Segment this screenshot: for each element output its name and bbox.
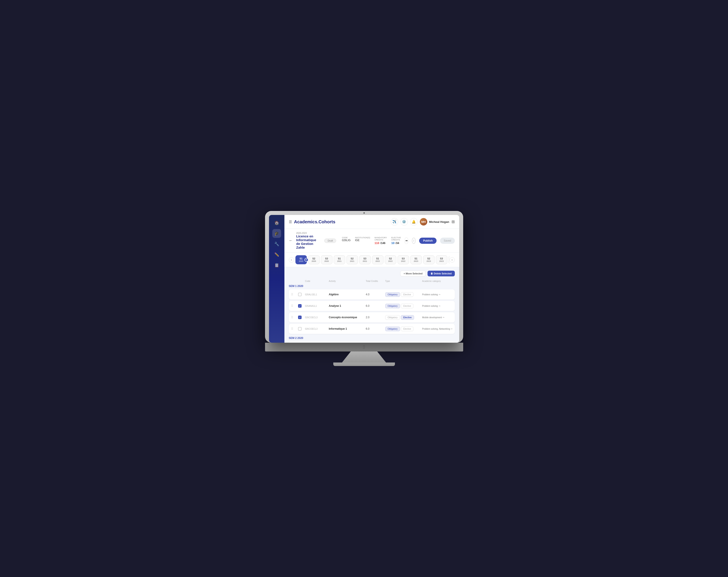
edit-category-icon[interactable]: ✏ — [443, 316, 444, 319]
row-checkbox[interactable] — [298, 293, 302, 296]
header-left: ☰ Academics.Cohorts — [289, 219, 336, 224]
sem-tab-s1-2024[interactable]: S12024 — [449, 255, 449, 264]
row-category: Problem solving, Networking ✏ — [422, 328, 459, 330]
sem-tab-s2-2020[interactable]: S22020 — [308, 255, 320, 264]
user-avatar-container[interactable]: MH Micheal Hogan — [420, 218, 449, 226]
saved-button[interactable]: Saved — [440, 237, 454, 244]
row-activity: Concepts économique — [329, 316, 364, 319]
add-semester-icon[interactable]: + — [305, 258, 308, 262]
hamburger-icon[interactable]: ☰ — [289, 220, 292, 224]
row-type-buttons: ObligatoryElective — [385, 315, 420, 320]
row-checkbox[interactable]: ✓ — [298, 316, 302, 319]
sidebar-item-academics[interactable]: 🎓 — [272, 229, 281, 238]
elective-button[interactable]: Elective — [401, 304, 413, 308]
section1-header: SEM 1 2020 — [289, 284, 455, 287]
row-credits: 4.0 — [366, 293, 384, 296]
settings-icon-btn[interactable]: ⚙️ — [400, 218, 408, 226]
sem-tab-s3-2023[interactable]: S32023 — [436, 255, 447, 264]
table-action-bar: + Move Selected 🗑 Delete Selected — [289, 271, 455, 276]
sem-tab-s2-2022[interactable]: S22022 — [385, 255, 396, 264]
obligatory-button[interactable]: Obligatory — [385, 304, 400, 308]
table-row: ⠿026ANA2L2Analyse 25.0ObligatoryElective… — [289, 341, 455, 343]
row-category: Problem solving ✏ — [422, 305, 459, 307]
row-type-buttons: ObligatoryElective — [385, 304, 420, 308]
sem-tab-s1-2021[interactable]: S12021 — [334, 255, 345, 264]
row-activity: Algèbre — [329, 293, 364, 296]
edit-category-icon[interactable]: ✏ — [439, 293, 441, 296]
sidebar-item-edit[interactable]: ✏️ — [272, 250, 281, 259]
sidebar-item-reports[interactable]: 📋 — [272, 261, 281, 270]
sem2-rows: ⠿026ANA2L2Analyse 25.0ObligatoryElective… — [289, 341, 455, 343]
drag-handle-icon[interactable]: ⠿ — [291, 327, 296, 331]
row-activity: Informatique 1 — [329, 327, 364, 330]
table-rows: ⠿026ALGEL1Algèbre4.0ObligatoryElectivePr… — [289, 290, 455, 334]
notifications-icon-btn[interactable]: 🔔 — [410, 218, 418, 226]
sem-tab-s3-2020[interactable]: S32020 — [321, 255, 332, 264]
header-right: ✈️ ⚙️ 🔔 MH Micheal Hogan ⊞ — [391, 218, 455, 226]
sem-tab-s3-2022[interactable]: S32022 — [397, 255, 409, 264]
table-row: ⠿026ALGEL1Algèbre4.0ObligatoryElectivePr… — [289, 290, 455, 300]
elective-credits-meta: Elective Credits 10 /34 — [391, 236, 401, 245]
publish-button[interactable]: Publish — [419, 237, 437, 244]
drag-handle-icon[interactable]: ⠿ — [291, 304, 296, 308]
row-checkbox[interactable]: ✓ — [298, 304, 302, 308]
sem-tab-s1-2023[interactable]: S12023 — [410, 255, 422, 264]
back-button[interactable]: ← — [289, 238, 293, 243]
edit-category-icon[interactable]: ✏ — [439, 305, 441, 307]
more-options-button[interactable]: ••• — [405, 237, 408, 244]
row-credits: 2.0 — [366, 316, 384, 319]
sem-tab-s2-2021[interactable]: S22021 — [346, 255, 358, 264]
row-type-buttons: ObligatoryElective — [385, 327, 420, 331]
obligatory-button[interactable]: Obligatory — [385, 327, 400, 331]
table-row: ⠿026COECL3Informatique 16.0ObligatoryEle… — [289, 324, 455, 334]
row-category: Problem solving ✏ — [422, 293, 459, 296]
obligatory-button[interactable]: Obligatory — [385, 315, 400, 320]
table-header: Code Activity Total Credits Type Academi… — [289, 279, 455, 284]
cohort-name: Licence en Informatique de Gestion Zahle — [296, 234, 321, 249]
code-meta: Code 026LIG — [342, 236, 350, 245]
elective-button[interactable]: Elective — [401, 292, 413, 297]
edit-category-icon[interactable]: ✏ — [451, 328, 452, 330]
sem-tab-s1-2022[interactable]: S12022 — [372, 255, 384, 264]
elective-button[interactable]: Elective — [401, 327, 413, 331]
row-code: 026ALGEL1 — [305, 293, 327, 296]
semester-tabs-container: ‹ S12020+S22020S32020S12021S22021S32021S… — [284, 253, 459, 267]
sidebar-item-tools[interactable]: 🔧 — [272, 240, 281, 248]
drag-handle-icon[interactable]: ⠿ — [291, 293, 296, 296]
sidebar: 🏠 🎓 🔧 ✏️ 📋 — [269, 215, 284, 343]
avatar: MH — [420, 218, 427, 226]
table-row: ⠿✓026COECL3Concepts économique2.0Obligat… — [289, 312, 455, 322]
row-code: 026COECL3 — [305, 328, 327, 330]
info-button[interactable]: i — [412, 237, 416, 244]
elective-button[interactable]: Elective — [401, 315, 414, 320]
row-category: Mobile development ✏ — [422, 316, 459, 319]
table-row: ⠿✓026ANA1L1Analyse 16.0ObligatoryElectiv… — [289, 301, 455, 311]
semester-tabs: S12020+S22020S32020S12021S22021S32021S12… — [294, 255, 449, 264]
sem-tab-s1-2020[interactable]: S12020+ — [295, 255, 307, 264]
row-credits: 6.0 — [366, 327, 384, 330]
sem2-section: SEM 2 2020 ⠿026ANA2L2Analyse 25.0Obligat… — [289, 336, 455, 343]
sem-next-button[interactable]: › — [449, 257, 455, 262]
table-container: + Move Selected 🗑 Delete Selected Code A… — [284, 267, 459, 343]
move-selected-button[interactable]: + Move Selected — [400, 271, 426, 276]
obligatory-button[interactable]: Obligatory — [385, 292, 400, 297]
mandatory-credits-meta: Mandatory Credits 110 /146 — [374, 236, 387, 245]
header: ☰ Academics.Cohorts ✈️ ⚙️ 🔔 MH Micheal — [284, 215, 459, 229]
grid-view-icon[interactable]: ⊞ — [451, 219, 455, 224]
sidebar-item-home[interactable]: 🏠 — [272, 219, 281, 227]
apple-logo:  — [363, 344, 365, 350]
username-label: Micheal Hogan — [429, 220, 449, 224]
delete-selected-button[interactable]: 🗑 Delete Selected — [427, 271, 454, 276]
monitor-base — [333, 362, 395, 366]
drag-handle-icon[interactable]: ⠿ — [291, 316, 296, 319]
institution-meta: Institution(s) IGE — [355, 236, 370, 245]
cohort-info: 2020-2023 Licence en Informatique de Ges… — [296, 232, 321, 249]
sem-prev-button[interactable]: ‹ — [289, 257, 294, 262]
send-icon-btn[interactable]: ✈️ — [391, 218, 398, 226]
cohort-year: 2020-2023 — [296, 232, 321, 234]
row-code: 026COECL3 — [305, 316, 327, 319]
sem-tab-s2-2023[interactable]: S22023 — [423, 255, 435, 264]
row-checkbox[interactable] — [298, 327, 302, 331]
row-credits: 6.0 — [366, 304, 384, 307]
sem-tab-s3-2021[interactable]: S32021 — [359, 255, 371, 264]
